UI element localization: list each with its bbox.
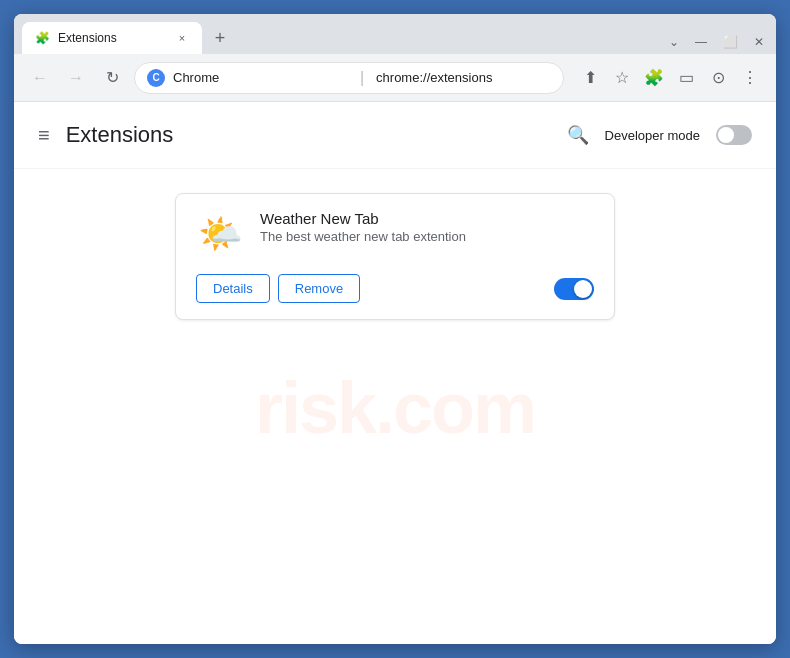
extension-info: Weather New Tab The best weather new tab… [260, 210, 594, 244]
extensions-area: 🔍 risk.com 🌤️ Weather New Tab The best w… [14, 169, 776, 644]
menu-button[interactable]: ⋮ [736, 64, 764, 92]
window-controls: ⌄ — ⬜ ✕ [669, 36, 768, 54]
developer-mode-toggle[interactable] [716, 125, 752, 145]
remove-button[interactable]: Remove [278, 274, 360, 303]
page-title: Extensions [66, 122, 567, 148]
site-favicon: C [147, 69, 165, 87]
tab-label: Extensions [58, 31, 117, 45]
extension-toggle[interactable] [554, 278, 594, 300]
site-name: Chrome [173, 70, 348, 85]
forward-button[interactable]: → [62, 64, 90, 92]
address-input[interactable]: C Chrome | chrome://extensions [134, 62, 564, 94]
sidebar-toggle-button[interactable]: ≡ [38, 124, 50, 147]
watermark-text: risk.com [255, 367, 535, 449]
address-bar: ← → ↻ C Chrome | chrome://extensions ⬆ ☆… [14, 54, 776, 102]
page-content: ≡ Extensions 🔍 Developer mode 🔍 risk.com… [14, 102, 776, 644]
developer-mode-label: Developer mode [605, 128, 700, 143]
share-icon: ⬆ [584, 68, 597, 87]
tab-icon: 🧩 [34, 30, 50, 46]
toggle-knob [718, 127, 734, 143]
sidebar-icon: ▭ [679, 68, 694, 87]
page-header: ≡ Extensions 🔍 Developer mode [14, 102, 776, 169]
extension-card: 🌤️ Weather New Tab The best weather new … [175, 193, 615, 320]
menu-icon: ⋮ [742, 68, 758, 87]
browser-window: 🧩 Extensions × + ⌄ — ⬜ ✕ ← → ↻ C Chrome [14, 14, 776, 644]
details-button[interactable]: Details [196, 274, 270, 303]
minimize-button[interactable]: — [695, 36, 707, 48]
chevron-icon: ⌄ [669, 36, 679, 48]
search-button[interactable]: 🔍 [567, 124, 589, 146]
maximize-button[interactable]: ⬜ [723, 36, 738, 48]
share-button[interactable]: ⬆ [576, 64, 604, 92]
extension-toggle-knob [574, 280, 592, 298]
reload-button[interactable]: ↻ [98, 64, 126, 92]
back-icon: ← [32, 69, 48, 87]
toolbar-icons: ⬆ ☆ 🧩 ▭ ⊙ ⋮ [576, 64, 764, 92]
bookmark-icon: ☆ [615, 68, 629, 87]
forward-icon: → [68, 69, 84, 87]
extension-icon: 🌤️ [196, 210, 244, 258]
profile-icon: ⊙ [712, 68, 725, 87]
header-right: 🔍 Developer mode [567, 124, 752, 146]
extension-name: Weather New Tab [260, 210, 594, 227]
sidebar-button[interactable]: ▭ [672, 64, 700, 92]
extension-header: 🌤️ Weather New Tab The best weather new … [196, 210, 594, 258]
extensions-icon: 🧩 [644, 68, 664, 87]
close-button[interactable]: ✕ [754, 36, 764, 48]
url-text: chrome://extensions [376, 70, 551, 85]
active-tab[interactable]: 🧩 Extensions × [22, 22, 202, 54]
extensions-button[interactable]: 🧩 [640, 64, 668, 92]
title-bar: 🧩 Extensions × + ⌄ — ⬜ ✕ [14, 14, 776, 54]
bookmark-button[interactable]: ☆ [608, 64, 636, 92]
extension-toggle-wrap [554, 278, 594, 300]
url-separator: | [360, 69, 364, 87]
reload-icon: ↻ [106, 68, 119, 87]
extension-actions: Details Remove [196, 274, 594, 303]
new-tab-button[interactable]: + [206, 24, 234, 52]
profile-button[interactable]: ⊙ [704, 64, 732, 92]
extension-description: The best weather new tab extention [260, 229, 594, 244]
tab-close-button[interactable]: × [174, 30, 190, 46]
back-button[interactable]: ← [26, 64, 54, 92]
